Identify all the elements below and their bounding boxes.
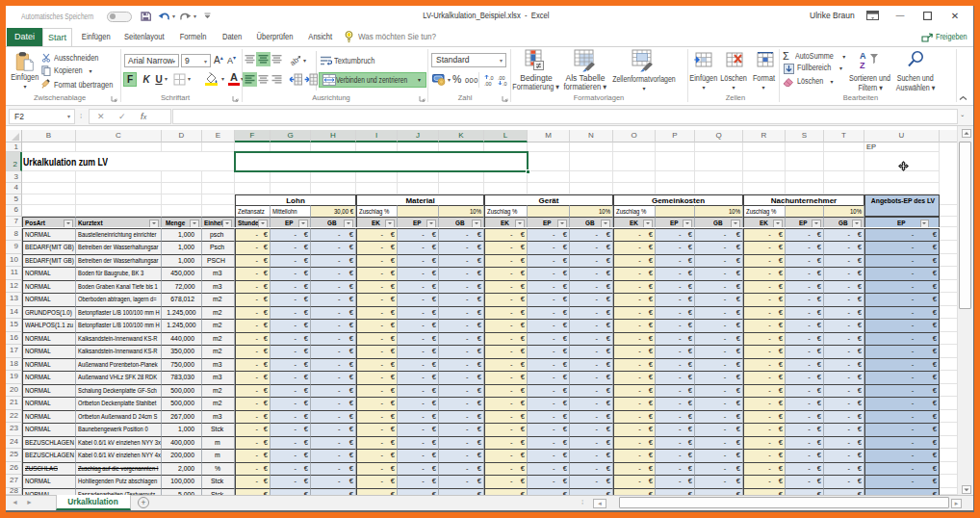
svg-text:.0: .0 [503, 81, 507, 86]
svg-text:Z: Z [860, 61, 865, 69]
svg-text:A: A [860, 51, 866, 61]
svg-text:.00: .00 [484, 81, 492, 86]
